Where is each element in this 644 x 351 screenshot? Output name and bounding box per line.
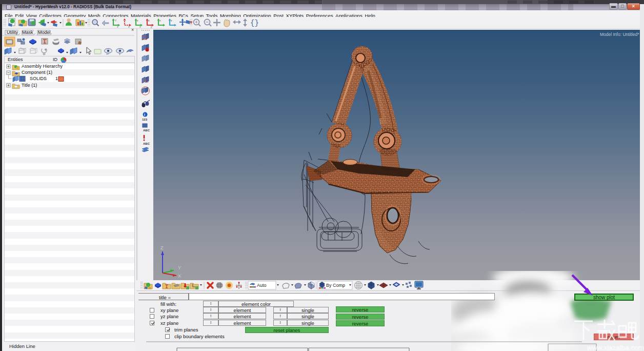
svg-text:Y: Y bbox=[115, 19, 117, 22]
svg-text:{}: {} bbox=[250, 19, 259, 27]
svg-text:Y: Y bbox=[178, 265, 181, 270]
svg-text:ABC: ABC bbox=[143, 142, 150, 145]
svg-text:z: z bbox=[159, 19, 161, 22]
svg-text:X: X bbox=[178, 274, 181, 279]
svg-text:i: i bbox=[144, 113, 145, 116]
svg-text:Auto: Auto bbox=[257, 283, 267, 288]
svg-text:z: z bbox=[171, 19, 172, 22]
svg-text:Z: Z bbox=[160, 245, 164, 250]
svg-text:+/-: +/- bbox=[106, 52, 109, 55]
svg-text:By Comp: By Comp bbox=[326, 283, 345, 288]
svg-text:z: z bbox=[148, 19, 150, 22]
svg-text:www.xiazaiba.com: www.xiazaiba.com bbox=[587, 344, 644, 351]
svg-text:z: z bbox=[137, 19, 138, 22]
svg-text:1: 1 bbox=[119, 52, 120, 55]
svg-text:123: 123 bbox=[142, 118, 148, 121]
svg-text:ABC: ABC bbox=[143, 129, 150, 132]
